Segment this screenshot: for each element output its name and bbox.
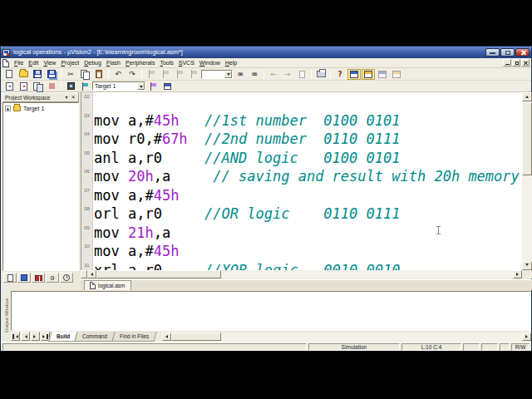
menu-debug[interactable]: Debug: [81, 58, 104, 68]
code-editor[interactable]: 02 03 mov a,#45h //1st number 0100 0101 …: [81, 92, 522, 270]
save-button[interactable]: [31, 69, 44, 80]
options-for-target-button[interactable]: [78, 81, 91, 91]
close-button[interactable]: [515, 48, 530, 57]
navigate-back-button[interactable]: ←: [267, 69, 280, 80]
next-tab-button[interactable]: [31, 332, 40, 341]
status-bar: Simulation L:10 C:4 R/W: [1, 342, 531, 351]
output-window-label-strip: Output Window: [2, 290, 11, 342]
cut-button[interactable]: ✂: [64, 69, 77, 80]
watch-window-button[interactable]: [390, 69, 403, 80]
workspace-tab-templates[interactable]: [60, 273, 73, 283]
arrow-right-icon: [33, 335, 37, 338]
translate-file-button[interactable]: [2, 81, 16, 91]
bookmark-prev-button[interactable]: [159, 69, 172, 80]
tree-expander-icon[interactable]: [5, 106, 11, 111]
menu-tools[interactable]: Tools: [157, 58, 175, 68]
menu-peripherals[interactable]: Peripherals: [123, 58, 157, 68]
restore-button[interactable]: [500, 48, 515, 57]
file-document-icon: [90, 282, 96, 289]
scroll-left-button[interactable]: [87, 270, 96, 278]
print-button[interactable]: [314, 69, 328, 80]
output-tab-build[interactable]: Build: [49, 332, 78, 342]
output-window-toggle-button[interactable]: [362, 69, 375, 80]
output-tab-find-in-files[interactable]: Find in Files: [112, 332, 157, 342]
download-flash-button[interactable]: [64, 81, 77, 91]
find-combo[interactable]: [201, 70, 233, 79]
bookmark-clear-button[interactable]: [187, 69, 200, 80]
scroll-right-button[interactable]: [513, 270, 522, 278]
minimize-button[interactable]: [485, 48, 500, 57]
file-tab-label: logical.asm: [98, 283, 126, 288]
copy-button[interactable]: [78, 69, 91, 80]
file-tab-logical-asm[interactable]: logical.asm: [84, 280, 131, 290]
start-debug-button[interactable]: [160, 81, 174, 91]
output-window-content[interactable]: [11, 291, 531, 331]
navigate-forward-button[interactable]: →: [281, 69, 294, 80]
undo-button[interactable]: ↶: [111, 69, 125, 80]
select-target-button[interactable]: [146, 81, 160, 91]
find-button[interactable]: ∞: [234, 69, 247, 80]
editor-vertical-scrollbar[interactable]: [522, 92, 532, 270]
workspace-tab-regs[interactable]: [17, 273, 31, 283]
mdi-document-icon[interactable]: [2, 59, 9, 67]
target-combo[interactable]: Target 1: [92, 81, 145, 91]
books-tab-icon: [35, 275, 42, 281]
bookmark-toggle-button[interactable]: [145, 69, 158, 80]
menu-project[interactable]: Project: [58, 58, 81, 68]
uvision-app-icon: [2, 49, 10, 57]
menu-view[interactable]: View: [41, 58, 58, 68]
stop-build-button[interactable]: [45, 81, 58, 91]
code-line: 06 mov 20h,a // saving and result with 2…: [81, 167, 522, 186]
workspace-tab-files[interactable]: [3, 273, 17, 283]
scroll-up-button[interactable]: [522, 92, 532, 101]
bookmark-button[interactable]: [295, 69, 308, 80]
output-tab-command[interactable]: Command: [75, 332, 116, 342]
menu-window[interactable]: Window: [197, 58, 223, 68]
save-all-button[interactable]: [45, 69, 58, 80]
workspace-close-button[interactable]: ✕: [70, 94, 76, 101]
workspace-tab-books[interactable]: [32, 273, 45, 283]
menu-edit[interactable]: Edit: [26, 58, 41, 68]
scroll-right-button[interactable]: [522, 332, 531, 341]
child-restore-button[interactable]: [512, 59, 520, 66]
copy-icon: [81, 70, 89, 78]
target-combo-value[interactable]: Target 1: [93, 82, 137, 90]
scroll-left-button[interactable]: [162, 332, 171, 341]
target-combo-dropdown[interactable]: [137, 82, 145, 90]
child-close-button[interactable]: [521, 59, 530, 66]
vertical-scroll-thumb[interactable]: [522, 102, 532, 175]
menu-file[interactable]: File: [12, 58, 26, 68]
find-in-files-button[interactable]: ∞: [248, 69, 261, 80]
prev-tab-button[interactable]: [21, 332, 30, 341]
scroll-down-button[interactable]: [522, 261, 532, 270]
output-horizontal-scrollbar[interactable]: [162, 332, 531, 341]
open-file-button[interactable]: [17, 69, 30, 80]
rebuild-all-button[interactable]: [31, 81, 44, 91]
menu-svcs[interactable]: SVCS: [176, 58, 197, 68]
redo-button[interactable]: ↷: [126, 69, 139, 80]
workspace-pin-button[interactable]: ▾: [63, 94, 70, 101]
line-number: 10: [81, 242, 93, 261]
bookmark-next-button[interactable]: [173, 69, 186, 80]
child-minimize-button[interactable]: [503, 59, 511, 66]
workspace-tab-functions[interactable]: {}: [46, 273, 59, 283]
workspace-toggle-button[interactable]: [376, 69, 389, 80]
tree-item-target1[interactable]: Target 1: [3, 103, 78, 114]
window-title: logical operations - µVision2 - [E:\klea…: [13, 47, 484, 58]
new-file-button[interactable]: [2, 69, 16, 80]
menu-help[interactable]: Help: [223, 58, 239, 68]
find-combo-dropdown[interactable]: [224, 71, 232, 78]
menu-flash[interactable]: Flash: [104, 58, 123, 68]
editor-horizontal-scrollbar[interactable]: [81, 270, 522, 278]
build-target-button[interactable]: [17, 81, 30, 91]
project-workspace-header: Project Workspace ▾ ✕: [2, 92, 79, 102]
output-scroll-thumb[interactable]: [171, 332, 221, 341]
splitter-box[interactable]: [81, 270, 87, 278]
project-window-toggle-button[interactable]: [347, 69, 361, 80]
first-tab-button[interactable]: [11, 332, 20, 341]
toolbar-separator: [61, 81, 62, 91]
find-combo-value[interactable]: [202, 71, 224, 78]
help-button[interactable]: ?: [333, 69, 347, 80]
horizontal-scroll-thumb[interactable]: [96, 270, 221, 278]
paste-button[interactable]: [92, 69, 106, 80]
